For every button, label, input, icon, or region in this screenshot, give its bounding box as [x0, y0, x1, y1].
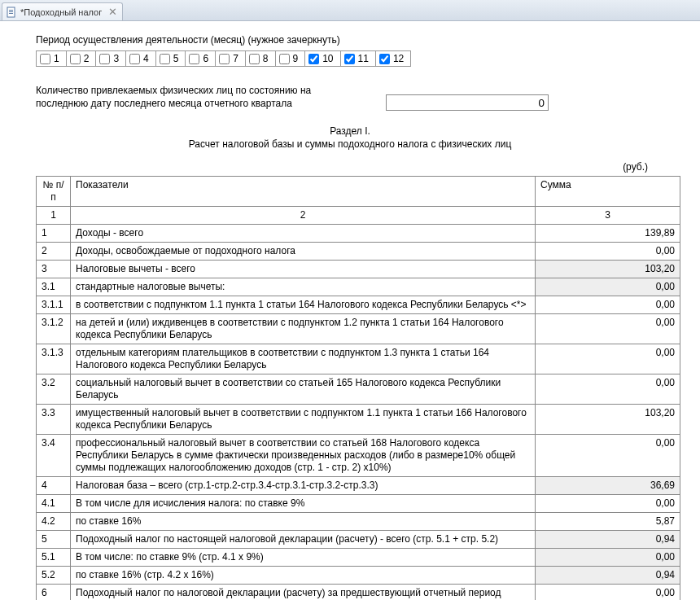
document-tab[interactable]: *Подоходный налог ✕	[2, 2, 123, 20]
th-c2: 2	[71, 207, 536, 225]
month-11[interactable]: 11	[340, 50, 375, 67]
month-checkbox-5[interactable]	[160, 54, 170, 64]
row-indicator: Налоговая база – всего (стр.1-стр.2-стр.…	[71, 477, 536, 495]
row-sum[interactable]: 0,00	[536, 374, 680, 405]
table-row: 3.1.3отдельным категориям плательщиков в…	[37, 344, 680, 374]
count-label: Количество привлекаемых физических лиц п…	[36, 85, 361, 110]
row-number: 4.1	[37, 495, 71, 513]
row-sum[interactable]: 0,00	[536, 344, 680, 374]
row-sum[interactable]: 0,00	[536, 243, 680, 261]
row-sum[interactable]: 0,00	[536, 314, 680, 344]
th-c1: 1	[37, 207, 71, 225]
row-sum[interactable]: 0,00	[536, 435, 680, 477]
month-2[interactable]: 2	[66, 50, 96, 67]
month-label: 10	[322, 53, 333, 64]
table-row: 4.2по ставке 16%5,87	[37, 513, 680, 531]
table-row: 3.2социальный налоговый вычет в соответс…	[37, 374, 680, 405]
month-checkbox-9[interactable]	[279, 54, 290, 64]
row-indicator: стандартные налоговые вычеты:	[71, 278, 536, 296]
document-icon	[6, 7, 17, 18]
month-checkbox-12[interactable]	[379, 54, 390, 64]
month-label: 1	[54, 53, 59, 64]
month-10[interactable]: 10	[304, 50, 339, 67]
row-number: 1	[37, 225, 71, 243]
th-indicator: Показатели	[71, 177, 536, 207]
table-row: 4.1В том числе для исчисления налога: по…	[37, 495, 680, 513]
row-indicator: В том числе для исчисления налога: по ст…	[71, 495, 536, 513]
month-checkbox-4[interactable]	[129, 54, 140, 64]
month-label: 12	[393, 53, 404, 64]
table-row: 3.1.1в соответствии с подпунктом 1.1 пун…	[37, 296, 680, 314]
row-indicator: в соответствии с подпунктом 1.1 пункта 1…	[71, 296, 536, 314]
row-number: 3	[37, 261, 71, 278]
row-sum[interactable]: 103,20	[536, 405, 680, 435]
month-checkbox-3[interactable]	[99, 54, 110, 64]
row-number: 3.3	[37, 405, 71, 435]
row-sum: 103,20	[536, 261, 680, 278]
row-sum: 0,00	[536, 278, 680, 296]
month-label: 8	[263, 53, 269, 64]
month-checkbox-7[interactable]	[219, 54, 230, 64]
row-number: 3.1.3	[37, 344, 71, 374]
month-9[interactable]: 9	[275, 50, 305, 67]
row-sum[interactable]: 139,89	[536, 225, 680, 243]
month-label: 4	[143, 53, 149, 64]
month-label: 9	[293, 53, 299, 64]
row-number: 5.2	[37, 567, 71, 585]
table-row: 2Доходы, освобождаемые от подоходного на…	[37, 243, 680, 261]
month-6[interactable]: 6	[185, 50, 215, 67]
close-icon[interactable]: ✕	[108, 6, 117, 18]
table-row: 3.4профессиональный налоговый вычет в со…	[37, 435, 680, 477]
row-number: 4.2	[37, 513, 71, 531]
row-sum[interactable]: 0,00	[536, 495, 680, 513]
row-indicator: В том числе: по ставке 9% (стр. 4.1 x 9%…	[71, 549, 536, 567]
row-number: 3.1	[37, 278, 71, 296]
month-label: 3	[113, 53, 119, 64]
month-8[interactable]: 8	[245, 50, 275, 67]
month-checkbox-6[interactable]	[189, 54, 199, 64]
month-12[interactable]: 12	[375, 50, 411, 67]
month-label: 11	[358, 53, 369, 64]
row-indicator: имущественный налоговый вычет в соответс…	[71, 405, 536, 435]
row-number: 3.1.1	[37, 296, 71, 314]
calc-table: № п/п Показатели Сумма 1 2 3 1Доходы - в…	[36, 176, 680, 600]
row-number: 4	[37, 477, 71, 495]
row-sum[interactable]: 0,00	[536, 585, 680, 601]
table-row: 6Подоходный налог по налоговой деклараци…	[37, 585, 680, 601]
table-row: 5Подоходный налог по настоящей налоговой…	[37, 531, 680, 549]
month-checkbox-11[interactable]	[344, 54, 355, 64]
row-indicator: Доходы - всего	[71, 225, 536, 243]
row-sum[interactable]: 5,87	[536, 513, 680, 531]
row-indicator: социальный налоговый вычет в соответстви…	[71, 374, 536, 405]
row-number: 2	[37, 243, 71, 261]
table-row: 5.1В том числе: по ставке 9% (стр. 4.1 x…	[37, 549, 680, 567]
row-number: 5.1	[37, 549, 71, 567]
month-label: 7	[233, 53, 238, 64]
row-sum[interactable]: 0,00	[536, 296, 680, 314]
row-indicator: по ставке 16%	[71, 513, 536, 531]
month-checkbox-2[interactable]	[70, 54, 81, 64]
row-indicator: Доходы, освобождаемые от подоходного нал…	[71, 243, 536, 261]
tab-title: *Подоходный налог	[20, 7, 102, 17]
month-checkbox-1[interactable]	[40, 54, 50, 64]
month-1[interactable]: 1	[36, 50, 66, 67]
month-7[interactable]: 7	[215, 50, 245, 67]
month-checkbox-8[interactable]	[249, 54, 260, 64]
month-3[interactable]: 3	[95, 50, 125, 67]
section-subtitle: Расчет налоговой базы и суммы подоходног…	[36, 138, 664, 150]
month-label: 6	[203, 53, 208, 64]
month-checkbox-10[interactable]	[308, 54, 319, 64]
svg-rect-1	[9, 10, 13, 11]
month-4[interactable]: 4	[125, 50, 155, 67]
month-5[interactable]: 5	[155, 50, 186, 67]
table-row: 3.1стандартные налоговые вычеты:0,00	[37, 278, 680, 296]
th-num: № п/п	[37, 177, 71, 207]
row-sum: 0,94	[536, 567, 680, 585]
period-label: Период осуществления деятельности (месяц…	[36, 34, 664, 46]
row-number: 3.4	[37, 435, 71, 477]
row-number: 6	[37, 585, 71, 601]
row-number: 3.2	[37, 374, 71, 405]
count-input[interactable]	[386, 94, 549, 111]
row-indicator: отдельным категориям плательщиков в соот…	[71, 344, 536, 374]
row-number: 3.1.2	[37, 314, 71, 344]
